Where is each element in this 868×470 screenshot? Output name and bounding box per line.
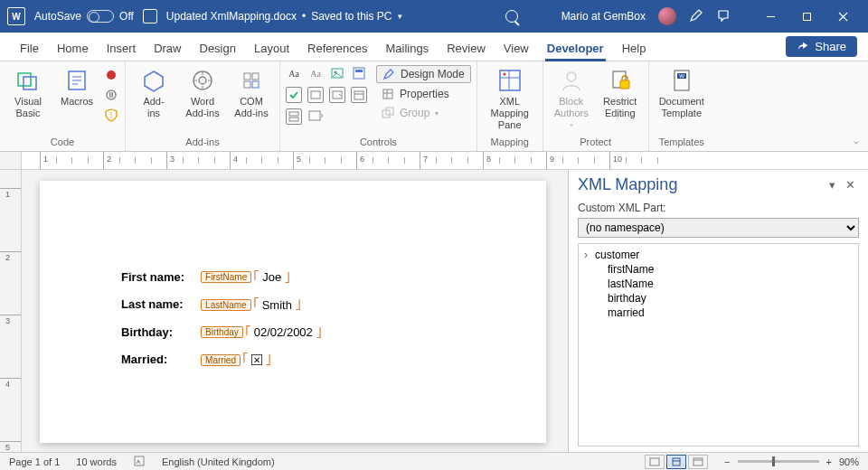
cc-tag: FirstName xyxy=(201,271,251,283)
menu-tab-layout[interactable]: Layout xyxy=(245,36,298,61)
autosave-toggle[interactable]: AutoSave Off xyxy=(34,10,134,23)
record-macro-icon[interactable] xyxy=(103,67,119,83)
menu-tab-view[interactable]: View xyxy=(495,36,538,61)
view-focus-button[interactable] xyxy=(645,455,665,469)
date-cc-icon[interactable] xyxy=(351,87,367,103)
menu-tab-references[interactable]: References xyxy=(298,36,376,61)
collapse-ribbon-button[interactable]: ⌵ xyxy=(854,136,859,146)
zoom-in-button[interactable]: + xyxy=(826,456,832,467)
status-proofing-icon[interactable] xyxy=(133,455,146,469)
menu-tab-help[interactable]: Help xyxy=(613,36,656,61)
legacy-tools-icon[interactable] xyxy=(307,108,324,125)
view-print-button[interactable] xyxy=(666,455,686,469)
status-language[interactable]: English (United Kingdom) xyxy=(162,456,275,467)
save-icon[interactable] xyxy=(143,9,157,24)
dropdown-cc-icon[interactable] xyxy=(329,87,345,103)
search-icon[interactable] xyxy=(505,10,518,23)
design-mode-button[interactable]: Design Mode xyxy=(376,65,471,83)
pane-options-button[interactable]: ▾ xyxy=(823,178,841,192)
pane-close-button[interactable]: ✕ xyxy=(841,178,859,192)
pen-icon[interactable] xyxy=(689,8,703,25)
combobox-cc-icon[interactable] xyxy=(307,87,324,103)
menu-tab-design[interactable]: Design xyxy=(191,36,245,61)
macro-security-icon[interactable]: ! xyxy=(103,107,119,123)
content-control[interactable]: Birthday｢02/02/2002｣ xyxy=(201,325,324,340)
word-addins-button[interactable]: Word Add-ins xyxy=(180,65,225,119)
svg-rect-1 xyxy=(803,13,810,20)
tree-node-root[interactable]: ›customer xyxy=(584,248,853,262)
word-addins-icon xyxy=(189,67,216,94)
macros-button[interactable]: Macros xyxy=(54,65,99,108)
user-name[interactable]: Mario at GemBox xyxy=(561,10,646,23)
close-button[interactable] xyxy=(825,4,861,29)
menu-tab-insert[interactable]: Insert xyxy=(98,36,146,61)
xml-tree[interactable]: ›customerfirstNamelastNamebirthdaymarrie… xyxy=(578,243,859,446)
horizontal-ruler[interactable] xyxy=(0,152,868,170)
pause-macro-icon[interactable] xyxy=(103,87,119,103)
document-page: First name:FirstName｢Joe｣Last name:LastN… xyxy=(40,181,546,443)
svg-rect-15 xyxy=(244,81,250,88)
content-control[interactable]: Married｢✕｣ xyxy=(201,352,273,367)
content-control[interactable]: FirstName｢Joe｣ xyxy=(201,270,292,285)
vertical-ruler[interactable]: 12345 xyxy=(0,170,22,452)
menu-tab-mailings[interactable]: Mailings xyxy=(377,36,439,61)
visual-basic-button[interactable]: Visual Basic xyxy=(5,65,51,119)
content-control[interactable]: LastName｢Smith｣ xyxy=(201,297,303,312)
design-mode-icon xyxy=(382,68,395,80)
svg-point-6 xyxy=(107,90,116,99)
zoom-value[interactable]: 90% xyxy=(839,456,859,467)
maximize-button[interactable] xyxy=(788,4,825,29)
properties-button[interactable]: Properties xyxy=(376,86,471,102)
menu-tab-home[interactable]: Home xyxy=(48,36,98,61)
menu-tab-draw[interactable]: Draw xyxy=(145,36,190,61)
menu-tab-developer[interactable]: Developer xyxy=(538,36,613,61)
menu-tab-file[interactable]: File xyxy=(11,36,48,61)
addins-button[interactable]: Add- ins xyxy=(131,65,176,119)
com-addins-button[interactable]: COM Add-ins xyxy=(229,65,274,119)
picture-cc-icon[interactable] xyxy=(329,65,345,81)
tree-node[interactable]: birthday xyxy=(584,291,853,306)
cc-tag: Birthday xyxy=(201,326,243,338)
document-area[interactable]: First name:FirstName｢Joe｣Last name:LastN… xyxy=(22,170,568,452)
xml-mapping-pane-button[interactable]: XML Mapping Pane xyxy=(483,65,537,132)
checkbox-cc-icon[interactable] xyxy=(286,87,302,103)
svg-rect-16 xyxy=(252,81,259,88)
svg-rect-47 xyxy=(693,458,703,465)
svg-rect-27 xyxy=(309,111,320,120)
custom-xml-part-select[interactable]: (no namespace) xyxy=(578,218,859,238)
tree-node[interactable]: firstName xyxy=(584,262,853,277)
group-label-controls: Controls xyxy=(286,135,471,149)
avatar[interactable] xyxy=(658,7,676,25)
svg-point-5 xyxy=(107,70,116,80)
menu-tab-review[interactable]: Review xyxy=(438,36,495,61)
pane-subtitle: Custom XML Part: xyxy=(569,198,868,216)
autosave-state: Off xyxy=(119,10,134,23)
cc-tag: LastName xyxy=(201,299,251,311)
chevron-down-icon[interactable]: ▾ xyxy=(398,12,402,21)
tree-node[interactable]: married xyxy=(584,306,853,320)
status-page[interactable]: Page 1 of 1 xyxy=(9,456,60,467)
repeating-cc-icon[interactable] xyxy=(286,108,302,125)
view-web-button[interactable] xyxy=(688,455,708,469)
share-button[interactable]: Share xyxy=(786,36,857,57)
notifications-icon[interactable] xyxy=(716,8,731,25)
plain-text-cc-icon[interactable]: Aa xyxy=(307,65,324,81)
minimize-button[interactable] xyxy=(752,4,788,29)
restrict-editing-button[interactable]: Restrict Editing xyxy=(598,65,643,119)
svg-rect-44 xyxy=(650,458,659,465)
checkbox-icon[interactable]: ✕ xyxy=(251,354,262,365)
svg-rect-8 xyxy=(112,92,114,98)
zoom-control[interactable]: − + 90% xyxy=(724,456,859,467)
status-words[interactable]: 10 words xyxy=(76,456,117,467)
block-authors-button: Block Authors▾ xyxy=(549,65,594,130)
svg-rect-33 xyxy=(500,70,520,90)
group-button[interactable]: Group ▾ xyxy=(376,105,471,121)
svg-rect-23 xyxy=(354,91,363,99)
document-template-button[interactable]: W Document Template xyxy=(655,65,709,119)
svg-rect-28 xyxy=(383,89,392,99)
tree-node[interactable]: lastName xyxy=(584,277,853,291)
building-block-cc-icon[interactable] xyxy=(351,65,367,81)
zoom-out-button[interactable]: − xyxy=(724,456,730,467)
rich-text-cc-icon[interactable]: Aa xyxy=(286,65,302,81)
title-bar: W AutoSave Off Updated XmlMapping.docx •… xyxy=(0,0,868,33)
